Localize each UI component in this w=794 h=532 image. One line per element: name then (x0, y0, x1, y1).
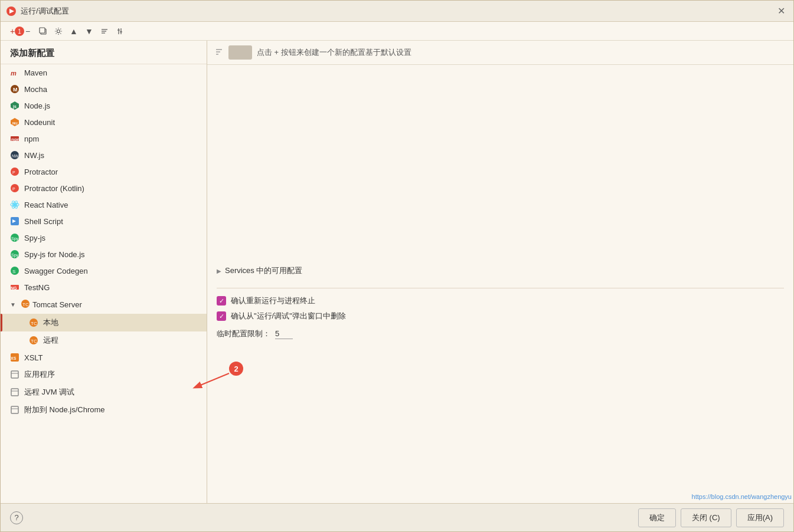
sidebar-item-app[interactable]: 应用程序 (1, 366, 207, 383)
svg-rect-3 (40, 28, 45, 33)
testng-icon: NG (10, 283, 19, 292)
up-button[interactable]: ▲ (67, 24, 81, 38)
svg-text:js: js (12, 104, 17, 109)
sidebar-item-protractor[interactable]: P Protractor (1, 163, 207, 180)
right-panel: 点击 + 按钮来创建一个新的配置基于默认设置 ▶ Services 中的可用配置… (207, 41, 793, 503)
notification-badge: 1 (15, 27, 24, 36)
close-dialog-button[interactable]: 关闭 (C) (681, 508, 731, 527)
spyjs-label: Spy-js (24, 234, 45, 242)
svg-text:TC: TC (22, 302, 29, 307)
sidebar-item-spyjs-nodejs[interactable]: Spy Spy-js for Node.js (1, 246, 207, 262)
svg-text:NG: NG (11, 286, 17, 290)
npm-label: npm (24, 134, 39, 143)
app-icon (5, 5, 17, 17)
tomcat-local-label: 本地 (43, 317, 58, 328)
mocha-label: Mocha (24, 85, 47, 94)
nwjs-label: NW.js (24, 151, 44, 160)
xslt-icon: XS (10, 353, 19, 362)
svg-text:M: M (13, 87, 18, 93)
app-label: 应用程序 (24, 369, 55, 380)
sidebar-item-remote-jvm[interactable]: 远程 JVM 调试 (1, 383, 207, 401)
right-body: ▶ Services 中的可用配置 ✓ 确认重新运行与进程终止 ✓ 确认从"运行… (207, 65, 793, 503)
apply-button[interactable]: 应用(A) (736, 508, 784, 527)
svg-text:TC: TC (31, 339, 37, 344)
sidebar-item-nodejs[interactable]: js Node.js (1, 97, 207, 114)
attach-nodejs-label: 附加到 Node.js/Chrome (24, 405, 105, 415)
sidebar-item-testng[interactable]: NG TestNG (1, 279, 207, 295)
tomcat-group-icon: TC (21, 299, 30, 310)
right-hint-text: 点击 + 按钮来创建一个新的配置基于默认设置 (257, 47, 411, 58)
mocha-icon: M (10, 84, 19, 94)
protractor-label: Protractor (24, 168, 58, 176)
titlebar-title: 运行/调试配置 (21, 6, 774, 17)
svg-text:TC: TC (31, 321, 37, 326)
sidebar-item-tomcat-local[interactable]: TC 本地 (1, 314, 207, 331)
nwjs-icon: NW (10, 150, 19, 160)
sidebar-item-npm[interactable]: npm npm (1, 130, 207, 147)
sort-button[interactable] (97, 24, 112, 38)
tomcat-remote-icon: TC (29, 336, 38, 345)
nodejs-icon: js (10, 101, 19, 110)
close-button[interactable]: ✕ (774, 4, 789, 18)
tomcat-group-header[interactable]: ▼ TC Tomcat Server (1, 295, 207, 314)
tomcat-group-label: Tomcat Server (32, 300, 82, 309)
tomcat-remote-label: 远程 (43, 335, 58, 346)
sidebar: 添加新配置 m Maven M (1, 41, 207, 503)
checkbox-row-1: ✓ 确认重新运行与进程终止 (217, 295, 784, 306)
nodejs-label: Node.js (24, 101, 50, 110)
sidebar-item-react-native[interactable]: React Native (1, 196, 207, 213)
down-button[interactable]: ▼ (82, 24, 96, 38)
services-section: ▶ Services 中的可用配置 (217, 263, 784, 278)
services-label: Services 中的可用配置 (225, 265, 302, 276)
temp-limit-value: 5 (275, 329, 293, 339)
npm-icon: npm (10, 134, 19, 143)
checkbox-row-2: ✓ 确认从"运行/调试"弹出窗口中删除 (217, 311, 784, 321)
sidebar-item-protractor-kotlin[interactable]: P Protractor (Kotlin) (1, 180, 207, 196)
attach-nodejs-icon (10, 405, 19, 415)
react-native-label: React Native (24, 201, 68, 209)
copy-button[interactable] (36, 24, 50, 38)
checkbox-confirm-delete[interactable]: ✓ (217, 311, 226, 321)
sidebar-item-tomcat-remote[interactable]: TC 远程 (1, 331, 207, 349)
toolbar: + 1 − ▲ ▼ (1, 22, 793, 41)
sidebar-item-nwjs[interactable]: NW NW.js (1, 147, 207, 163)
sidebar-item-attach-nodejs[interactable]: 附加到 Node.js/Chrome (1, 401, 207, 419)
shell-script-label: Shell Script (24, 217, 63, 226)
xslt-label: XSLT (24, 353, 43, 362)
selected-indicator (1, 314, 2, 331)
panel-sort-icon[interactable] (214, 47, 224, 58)
sidebar-item-swagger[interactable]: S Swagger Codegen (1, 262, 207, 279)
svg-text:P: P (12, 170, 15, 175)
checkbox-confirm-restart-label: 确认重新运行与进程终止 (231, 295, 315, 306)
bottom-left: ? (10, 511, 633, 524)
spyjs-nodejs-icon: Spy (10, 249, 19, 259)
checkbox-confirm-restart[interactable]: ✓ (217, 296, 226, 306)
svg-text:P: P (12, 187, 15, 191)
sidebar-item-mocha[interactable]: M Mocha (1, 81, 207, 97)
sidebar-item-maven[interactable]: m Maven (1, 64, 207, 81)
sidebar-item-nodeunit[interactable]: NU Nodeunit (1, 114, 207, 130)
confirm-button[interactable]: 确定 (638, 508, 676, 527)
svg-text:S: S (12, 269, 15, 274)
svg-text:m: m (11, 70, 17, 77)
testng-label: TestNG (24, 283, 50, 292)
config-edit-area (217, 74, 784, 263)
services-header[interactable]: ▶ Services 中的可用配置 (217, 263, 784, 278)
svg-rect-53 (11, 406, 18, 413)
svg-point-4 (57, 29, 60, 32)
filter-button[interactable] (113, 24, 127, 38)
help-button[interactable]: ? (10, 511, 23, 524)
main-content: 添加新配置 m Maven M (1, 41, 793, 503)
temp-limit-label: 临时配置限制： (217, 329, 270, 339)
svg-text:XS: XS (11, 356, 17, 360)
sidebar-item-xslt[interactable]: XS XSLT (1, 349, 207, 366)
nodeunit-label: Nodeunit (24, 118, 55, 127)
sidebar-item-shell-script[interactable]: Shell Script (1, 213, 207, 229)
sidebar-item-spyjs[interactable]: Spy Spy-js (1, 229, 207, 246)
protractor-icon: P (10, 167, 19, 176)
right-top-bar: 点击 + 按钮来创建一个新的配置基于默认设置 (207, 41, 793, 65)
svg-rect-51 (11, 389, 18, 396)
settings-button[interactable] (51, 24, 66, 38)
maven-label: Maven (24, 68, 47, 77)
maven-icon: m (10, 68, 19, 77)
